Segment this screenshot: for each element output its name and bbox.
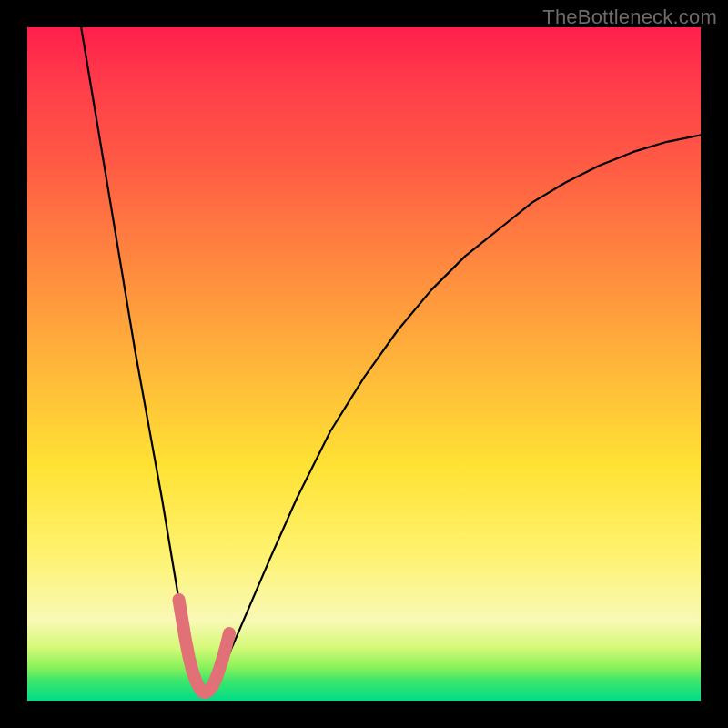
curves-svg (27, 27, 701, 701)
watermark-text: TheBottleneck.com (542, 5, 717, 29)
plot-area (27, 27, 701, 701)
chart-frame: TheBottleneck.com (0, 0, 728, 728)
optimal-range-highlight (179, 600, 230, 693)
bottleneck-curve (81, 27, 701, 694)
